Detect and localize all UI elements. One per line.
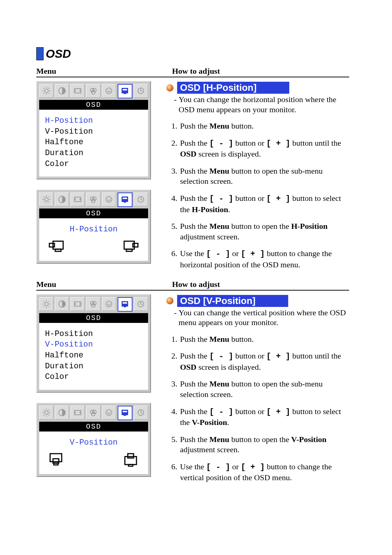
feature-title-wrap: OSD [V-Position]: [166, 295, 349, 307]
step-item: Use the [ - ] or [ + ] button to change …: [179, 248, 349, 270]
osd-adjustment-panel: OSD V-Position: [36, 403, 151, 477]
steps-list: Push the Menu button. Push the [ - ] but…: [179, 334, 349, 483]
step-item: Push the Menu button to open the sub-men…: [179, 166, 349, 187]
osd-icon: [118, 84, 132, 98]
step-item: Use the [ - ] or [ + ] button to change …: [179, 462, 349, 483]
step-item: Push the [ - ] button or [ + ] button to…: [179, 193, 349, 215]
osd-icon-row: [39, 297, 148, 312]
menu-column: OSD H-PositionV-PositionHalftoneDuration…: [36, 294, 160, 490]
osd-icon: [118, 297, 132, 312]
size-icon: [70, 84, 85, 98]
howto-column-label: How to adjust: [171, 280, 349, 289]
osd-adjustment-right-icon: [123, 453, 139, 467]
reset-icon: [134, 406, 148, 420]
osd-menu-item: H-Position: [45, 329, 145, 340]
section-body: OSD H-PositionV-PositionHalftoneDuration…: [36, 77, 349, 277]
osd-menu-item: Halftone: [45, 350, 145, 361]
feature-title: OSD [V-Position]: [177, 295, 288, 307]
osd-menu-item: Color: [45, 372, 145, 382]
howto-column-label: How to adjust: [171, 66, 349, 76]
osd-menu-panel: OSD H-PositionV-PositionHalftoneDuration…: [36, 294, 151, 393]
menu-column-label: Menu: [36, 280, 171, 289]
howto-column: OSD [V-Position] - You can change the ve…: [160, 294, 349, 490]
contrast-icon: [55, 297, 69, 311]
brightness-icon: [39, 84, 53, 98]
osd-menu-item: Halftone: [45, 137, 145, 148]
document-page: OSD Menu How to adjust OSD H-PositionV-P…: [0, 0, 392, 511]
color-icon: [86, 193, 100, 206]
osd-menu-item: Color: [45, 159, 145, 170]
step-item: Push the Menu button to open the V-Posit…: [179, 434, 349, 455]
page-heading: OSD: [36, 47, 349, 61]
misc-icon: [102, 297, 116, 311]
osd-icon: [118, 406, 132, 420]
step-item: Push the [ - ] button or [ + ] button un…: [179, 351, 349, 372]
osd-menu-list: H-PositionV-PositionHalftoneDurationColo…: [39, 323, 148, 390]
step-item: Push the Menu button.: [179, 334, 349, 345]
osd-adjustment-left-icon: [48, 453, 65, 467]
contrast-icon: [55, 84, 69, 98]
menu-column: OSD H-PositionV-PositionHalftoneDuration…: [36, 81, 160, 277]
steps-list: Push the Menu button. Push the [ - ] but…: [179, 121, 349, 270]
osd-adjustment-area: V-Position: [39, 432, 148, 474]
step-item: Push the Menu button.: [179, 121, 349, 131]
color-icon: [86, 84, 100, 98]
osd-menu-title: OSD: [39, 313, 148, 323]
bullet-icon: [166, 297, 173, 304]
heading-accent-block: [36, 47, 44, 60]
size-icon: [70, 406, 85, 420]
osd-menu-item: V-Position: [45, 339, 145, 350]
misc-icon: [102, 84, 116, 98]
reset-icon: [134, 193, 148, 206]
osd-adjustment-right-icon: [123, 240, 139, 254]
misc-icon: [102, 406, 116, 420]
osd-adjustment-label: V-Position: [44, 438, 144, 447]
misc-icon: [102, 193, 116, 206]
menu-column-label: Menu: [36, 66, 171, 76]
osd-icon: [118, 193, 132, 207]
step-item: Push the Menu button to open the sub-men…: [179, 379, 349, 400]
step-item: Push the Menu button to open the H-Posit…: [179, 221, 349, 242]
size-icon: [70, 193, 85, 206]
section-body: OSD H-PositionV-PositionHalftoneDuration…: [36, 291, 349, 490]
osd-menu-item: Duration: [45, 148, 145, 159]
contrast-icon: [55, 193, 69, 206]
feature-title: OSD [H-Position]: [177, 82, 289, 94]
feature-description: - You can change the horizontal position…: [179, 94, 349, 114]
osd-adjustment-area: H-Position: [39, 218, 148, 261]
feature-title-wrap: OSD [H-Position]: [166, 82, 349, 94]
heading-title: OSD: [46, 47, 71, 61]
color-icon: [86, 297, 100, 311]
howto-column: OSD [H-Position] - You can change the ho…: [160, 81, 349, 277]
osd-menu-item: Duration: [45, 361, 145, 372]
osd-menu-title: OSD: [39, 208, 148, 218]
osd-adjustment-graphic: [44, 238, 144, 256]
step-item: Push the [ - ] button or [ + ] button un…: [179, 138, 349, 159]
bullet-icon: [166, 84, 173, 92]
contrast-icon: [55, 406, 69, 420]
size-icon: [70, 297, 85, 311]
reset-icon: [134, 84, 148, 98]
step-item: Push the [ - ] button or [ + ] button to…: [179, 406, 349, 428]
reset-icon: [134, 297, 148, 311]
osd-adjustment-graphic: [44, 451, 144, 470]
osd-menu-item: H-Position: [45, 116, 145, 126]
osd-adjustment-left-icon: [48, 240, 65, 254]
brightness-icon: [39, 406, 53, 420]
feature-description: - You can change the vertical position w…: [179, 308, 349, 328]
osd-menu-title: OSD: [39, 100, 148, 110]
osd-menu-item: V-Position: [45, 126, 145, 137]
osd-menu-list: H-PositionV-PositionHalftoneDurationColo…: [39, 110, 148, 177]
osd-menu-panel: OSD H-PositionV-PositionHalftoneDuration…: [36, 81, 151, 179]
brightness-icon: [39, 193, 53, 206]
column-header-row: Menu How to adjust: [36, 277, 349, 291]
osd-menu-title: OSD: [39, 422, 148, 432]
brightness-icon: [39, 297, 53, 311]
osd-adjustment-label: H-Position: [44, 225, 144, 234]
column-header-row: Menu How to adjust: [36, 64, 349, 77]
osd-icon-row: [39, 406, 148, 420]
color-icon: [86, 406, 100, 420]
osd-icon-row: [39, 193, 148, 207]
osd-adjustment-panel: OSD H-Position: [36, 190, 151, 264]
osd-icon-row: [39, 84, 148, 98]
